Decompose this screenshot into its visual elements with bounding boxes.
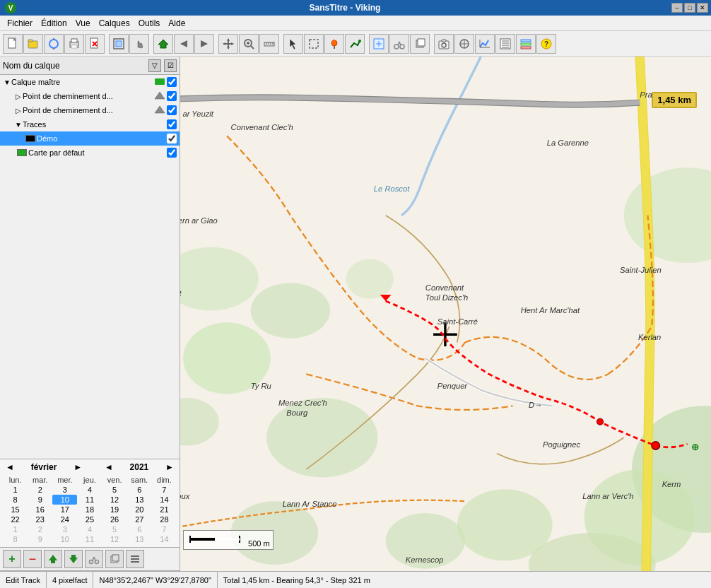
hand-tool-button[interactable] bbox=[129, 34, 149, 54]
tree-item-calque-maitre[interactable]: ▼ Calque maître bbox=[0, 75, 180, 89]
acquire-button[interactable] bbox=[44, 34, 64, 54]
cal-day-6[interactable]: 6 bbox=[127, 485, 152, 495]
print-button[interactable] bbox=[64, 34, 84, 54]
cal-day-11[interactable]: 11 bbox=[77, 495, 102, 505]
cal-day-14[interactable]: 14 bbox=[152, 495, 177, 505]
cal-day-27[interactable]: 27 bbox=[127, 514, 152, 524]
move-tool-button[interactable] bbox=[218, 34, 238, 54]
layer-header-btn1[interactable]: ▽ bbox=[148, 59, 161, 72]
open-button[interactable] bbox=[23, 34, 43, 54]
cal-day-next-9[interactable]: 9 bbox=[28, 534, 52, 544]
cal-day-12[interactable]: 12 bbox=[102, 495, 127, 505]
cal-day-22[interactable]: 22 bbox=[3, 514, 28, 524]
cal-day-next-10[interactable]: 10 bbox=[52, 534, 77, 544]
photo-button[interactable] bbox=[434, 34, 454, 54]
cal-day-25[interactable]: 25 bbox=[77, 514, 102, 524]
prev-year-button[interactable]: ◄ bbox=[102, 462, 116, 472]
cal-day-next-5[interactable]: 5 bbox=[102, 524, 127, 534]
cal-day-4[interactable]: 4 bbox=[77, 485, 102, 495]
cal-day-2[interactable]: 2 bbox=[28, 485, 52, 495]
edit-rect-button[interactable] bbox=[304, 34, 324, 54]
prev-month-button[interactable]: ◄ bbox=[3, 462, 17, 472]
cal-day-15[interactable]: 15 bbox=[3, 505, 28, 514]
cal-day-next-2[interactable]: 2 bbox=[28, 524, 52, 534]
close-button[interactable]: ✕ bbox=[697, 3, 708, 13]
layer-header-btn2[interactable]: ☑ bbox=[164, 59, 177, 72]
map-area[interactable]: ⊕ Cre'h ar Yeuzit Convenant Clec'h Prat … bbox=[180, 57, 711, 571]
new-button[interactable] bbox=[3, 34, 23, 54]
tree-toggle-traces[interactable]: ▼ bbox=[14, 120, 23, 129]
cal-day-next-13[interactable]: 13 bbox=[127, 534, 152, 544]
tree-check-carte[interactable] bbox=[167, 148, 177, 158]
new-route-button[interactable] bbox=[345, 34, 365, 54]
zoom-layer-button[interactable] bbox=[369, 34, 389, 54]
tree-check-traces[interactable] bbox=[167, 119, 177, 129]
tree-check-point2[interactable] bbox=[167, 105, 177, 115]
menu-fichier[interactable]: Fichier bbox=[3, 17, 37, 30]
new-waypoint-button[interactable] bbox=[324, 34, 344, 54]
cal-day-19[interactable]: 19 bbox=[102, 505, 127, 514]
copy-viewport-button[interactable] bbox=[410, 34, 430, 54]
copy-layer-button[interactable] bbox=[105, 550, 124, 568]
ruler-button[interactable] bbox=[259, 34, 279, 54]
cal-day-20[interactable]: 20 bbox=[127, 505, 152, 514]
goto-home-button[interactable] bbox=[153, 34, 173, 54]
zoom-in-button[interactable] bbox=[239, 34, 259, 54]
menu-calques[interactable]: Calques bbox=[95, 17, 134, 30]
cal-day-21[interactable]: 21 bbox=[152, 505, 177, 514]
next-month-button[interactable]: ► bbox=[71, 462, 85, 472]
cal-day-next-4[interactable]: 4 bbox=[77, 524, 102, 534]
remove-layer-button[interactable]: − bbox=[23, 550, 42, 568]
tree-toggle-point2[interactable]: ▷ bbox=[14, 106, 23, 114]
cal-day-next-6[interactable]: 6 bbox=[127, 524, 152, 534]
cal-day-next-1[interactable]: 1 bbox=[3, 524, 28, 534]
tree-toggle-calque-maitre[interactable]: ▼ bbox=[3, 78, 11, 86]
maximize-button[interactable]: □ bbox=[684, 3, 695, 13]
tree-item-point-chemin-1[interactable]: ▷ Point de cheminement d... bbox=[0, 89, 180, 103]
zoom-fit-button[interactable] bbox=[109, 34, 129, 54]
info-button[interactable]: ? bbox=[536, 34, 556, 54]
cal-day-13[interactable]: 13 bbox=[127, 495, 152, 505]
add-layer-button[interactable]: + bbox=[3, 550, 21, 568]
tree-check-demo[interactable] bbox=[167, 134, 177, 143]
layer-list-button[interactable] bbox=[516, 34, 536, 54]
cal-day-next-11[interactable]: 11 bbox=[77, 534, 102, 544]
cal-day-next-12[interactable]: 12 bbox=[102, 534, 127, 544]
cal-day-9[interactable]: 9 bbox=[28, 495, 52, 505]
next-year-button[interactable]: ► bbox=[163, 462, 177, 472]
cal-day-26[interactable]: 26 bbox=[102, 514, 127, 524]
cal-day-24[interactable]: 24 bbox=[52, 514, 77, 524]
close-layer-button[interactable] bbox=[85, 34, 105, 54]
cal-day-3[interactable]: 3 bbox=[52, 485, 77, 495]
cal-day-17[interactable]: 17 bbox=[52, 505, 77, 514]
menu-aide[interactable]: Aide bbox=[164, 17, 189, 30]
cal-day-28[interactable]: 28 bbox=[152, 514, 177, 524]
cal-day-18[interactable]: 18 bbox=[77, 505, 102, 514]
tree-item-carte-defaut[interactable]: Carte par défaut bbox=[0, 146, 180, 160]
back-button[interactable] bbox=[174, 34, 194, 54]
tree-toggle-point1[interactable]: ▷ bbox=[14, 92, 23, 100]
georef-button[interactable] bbox=[454, 34, 474, 54]
cal-day-next-3[interactable]: 3 bbox=[52, 524, 77, 534]
tree-check-point1[interactable] bbox=[167, 91, 177, 101]
menu-outils[interactable]: Outils bbox=[134, 17, 165, 30]
menu-edition[interactable]: Édition bbox=[37, 17, 71, 30]
cal-day-1[interactable]: 1 bbox=[3, 485, 28, 495]
menu-vue[interactable]: Vue bbox=[71, 17, 95, 30]
cal-day-16[interactable]: 16 bbox=[28, 505, 52, 514]
forward-button[interactable] bbox=[194, 34, 214, 54]
tree-item-demo[interactable]: Démo bbox=[0, 131, 180, 146]
tree-check-calque-maitre[interactable] bbox=[167, 77, 177, 87]
move-layer-up-button[interactable] bbox=[44, 550, 62, 568]
cut-layer-button[interactable] bbox=[85, 550, 103, 568]
tree-item-point-chemin-2[interactable]: ▷ Point de cheminement d... bbox=[0, 103, 180, 117]
cal-day-5[interactable]: 5 bbox=[102, 485, 127, 495]
cal-day-next-14[interactable]: 14 bbox=[152, 534, 177, 544]
waypoint-list-button[interactable] bbox=[495, 34, 515, 54]
tree-item-traces[interactable]: ▼ Traces bbox=[0, 117, 180, 131]
cal-day-7[interactable]: 7 bbox=[152, 485, 177, 495]
cal-day-8[interactable]: 8 bbox=[3, 495, 28, 505]
cut-features-button[interactable] bbox=[389, 34, 409, 54]
move-layer-down-button[interactable] bbox=[64, 550, 83, 568]
cal-day-next-7[interactable]: 7 bbox=[152, 524, 177, 534]
